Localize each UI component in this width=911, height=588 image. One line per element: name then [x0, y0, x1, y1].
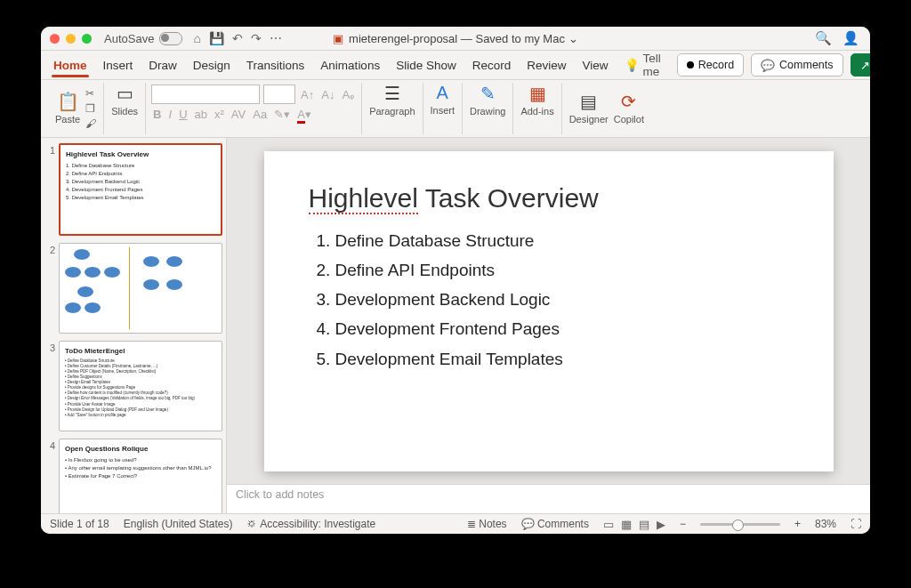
copilot-icon: ⟳ — [621, 91, 636, 112]
cut-icon[interactable]: ✂ — [85, 87, 96, 100]
minimize-window[interactable] — [66, 34, 76, 44]
decrease-font-icon[interactable]: A↓ — [319, 88, 336, 101]
normal-view-icon[interactable]: ▭ — [603, 518, 614, 531]
tab-record[interactable]: Record — [472, 59, 512, 72]
notes-pane[interactable]: Click to add notes — [227, 484, 870, 513]
increase-font-icon[interactable]: A↑ — [299, 88, 316, 101]
zoom-in-button[interactable]: + — [794, 518, 801, 530]
tab-slide-show[interactable]: Slide Show — [396, 59, 456, 72]
new-slide-button[interactable]: ▭ Slides — [111, 83, 138, 118]
status-language[interactable]: English (United States) — [124, 518, 233, 530]
copilot-button[interactable]: ⟳ Copilot — [614, 91, 644, 126]
tab-draw[interactable]: Draw — [149, 59, 177, 72]
canvas-area[interactable]: Highlevel Task Overview Define Database … — [227, 138, 870, 484]
font-color-button[interactable]: A▾ — [295, 108, 313, 121]
tab-review[interactable]: Review — [527, 59, 566, 72]
change-case-button[interactable]: Aa — [251, 108, 269, 121]
bold-button[interactable]: B — [151, 108, 163, 121]
sorter-view-icon[interactable]: ▦ — [621, 518, 632, 531]
tab-design[interactable]: Design — [193, 59, 230, 72]
current-slide[interactable]: Highlevel Task Overview Define Database … — [264, 151, 834, 471]
thumbnail-slide-1[interactable]: Highlevel Task Overview 1. Define Databa… — [59, 143, 222, 236]
insert-button[interactable]: A Insert — [431, 83, 456, 117]
status-comments-button[interactable]: 💬 Comments — [521, 518, 589, 530]
slide-list-item[interactable]: Development Frontend Pages — [335, 314, 789, 343]
thumbnail-slide-2[interactable] — [59, 243, 222, 334]
highlight-button[interactable]: ✎▾ — [272, 108, 292, 121]
tab-insert[interactable]: Insert — [103, 59, 133, 72]
status-comments-label: Comments — [537, 518, 589, 530]
redo-icon[interactable]: ↷ — [251, 31, 262, 45]
title-chevron-icon[interactable]: ⌄ — [568, 32, 578, 45]
autosave-toggle[interactable] — [159, 32, 182, 45]
tab-transitions[interactable]: Transitions — [246, 59, 305, 72]
slide-title[interactable]: Highlevel Task Overview — [309, 183, 789, 213]
thumbnail-row: 1 Highlevel Task Overview 1. Define Data… — [44, 143, 222, 236]
thumbnail-number: 2 — [44, 243, 55, 334]
format-painter-icon[interactable]: 🖌 — [85, 117, 96, 130]
slide-thumbnails-panel[interactable]: 1 Highlevel Task Overview 1. Define Data… — [41, 138, 227, 513]
record-button-label: Record — [698, 59, 734, 71]
clear-formatting-icon[interactable]: Aᵩ — [340, 88, 356, 101]
tell-me[interactable]: 💡 Tell me — [625, 52, 661, 78]
font-family-select[interactable] — [151, 85, 260, 104]
paragraph-button[interactable]: ☰ Paragraph — [369, 83, 415, 118]
home-icon[interactable]: ⌂ — [193, 31, 200, 45]
font-size-select[interactable] — [263, 85, 295, 104]
thumbnail-row: 2 — [44, 243, 222, 334]
record-button[interactable]: Record — [677, 53, 744, 77]
drawing-button[interactable]: ✎ Drawing — [470, 83, 505, 118]
slide-list-item[interactable]: Define Database Structure — [335, 226, 789, 255]
slide-editor: Highlevel Task Overview Define Database … — [227, 138, 870, 513]
reading-view-icon[interactable]: ▤ — [639, 518, 649, 531]
tab-animations[interactable]: Animations — [320, 59, 380, 72]
slide-list[interactable]: Define Database Structure Define API End… — [309, 226, 789, 374]
thumbnail-row: 3 ToDo MieterEngel • Define Database Str… — [44, 341, 222, 431]
strikethrough-button[interactable]: ab — [193, 108, 209, 121]
slide-title-rest: Task Overview — [418, 183, 599, 213]
app-window: AutoSave ⌂ 💾 ↶ ↷ ⋯ ▣ mieterengel-proposa… — [41, 27, 870, 534]
more-icon[interactable]: ⋯ — [270, 31, 282, 45]
status-slide-info[interactable]: Slide 1 of 18 — [50, 518, 109, 530]
copy-icon[interactable]: ❐ — [85, 102, 96, 115]
share-button[interactable]: ↗ Share ⌄ — [851, 53, 870, 77]
tab-home[interactable]: Home — [53, 59, 87, 72]
quick-access-toolbar: ⌂ 💾 ↶ ↷ ⋯ — [193, 31, 281, 45]
zoom-window[interactable] — [82, 34, 92, 44]
notes-placeholder: Click to add notes — [236, 488, 324, 501]
tab-view[interactable]: View — [583, 59, 609, 72]
subscript-button[interactable]: x² — [213, 108, 226, 121]
spacing-button[interactable]: AV — [230, 108, 247, 121]
italic-button[interactable]: I — [167, 108, 174, 121]
view-buttons: ▭ ▦ ▤ ▶ — [603, 518, 665, 531]
paragraph-icon: ☰ — [384, 83, 400, 104]
ribbon-group-clipboard: 📋 Paste ✂ ❐ 🖌 — [48, 83, 104, 134]
account-icon[interactable]: 👤 — [842, 30, 859, 46]
slide-list-item[interactable]: Development Backend Logic — [335, 285, 789, 314]
paste-button[interactable]: 📋 Paste — [55, 91, 80, 126]
underline-button[interactable]: U — [177, 108, 189, 121]
comments-button[interactable]: 💬 Comments — [751, 53, 842, 77]
titlebar: AutoSave ⌂ 💾 ↶ ↷ ⋯ ▣ mieterengel-proposa… — [41, 27, 870, 51]
zoom-slider[interactable] — [700, 523, 780, 526]
designer-button[interactable]: ▤ Designer — [569, 91, 609, 126]
slideshow-view-icon[interactable]: ▶ — [657, 518, 665, 531]
close-window[interactable] — [50, 34, 60, 44]
zoom-percent[interactable]: 83% — [815, 518, 836, 530]
window-controls — [41, 34, 92, 44]
thumbnail-slide-4[interactable]: Open Questions Rolique • Is Flexbox goin… — [59, 439, 222, 513]
thumbnail-number: 4 — [44, 439, 55, 513]
status-accessibility[interactable]: ⛭ Accessibility: Investigate — [246, 518, 375, 530]
undo-icon[interactable]: ↶ — [232, 31, 243, 45]
slide-list-item[interactable]: Define API Endpoints — [335, 255, 789, 285]
status-notes-button[interactable]: ≣ Notes — [467, 518, 507, 530]
fit-to-window-icon[interactable]: ⛶ — [851, 518, 861, 530]
addins-button[interactable]: ▦ Add-ins — [520, 83, 553, 118]
search-icon[interactable]: 🔍 — [815, 30, 832, 46]
slide-list-item[interactable]: Development Email Templates — [335, 344, 789, 374]
zoom-out-button[interactable]: − — [680, 518, 686, 530]
save-icon[interactable]: 💾 — [209, 31, 224, 45]
thumb-body: • Define Database Structure • Define Cus… — [65, 358, 216, 418]
powerpoint-icon: ▣ — [333, 32, 343, 45]
thumbnail-slide-3[interactable]: ToDo MieterEngel • Define Database Struc… — [59, 341, 222, 431]
